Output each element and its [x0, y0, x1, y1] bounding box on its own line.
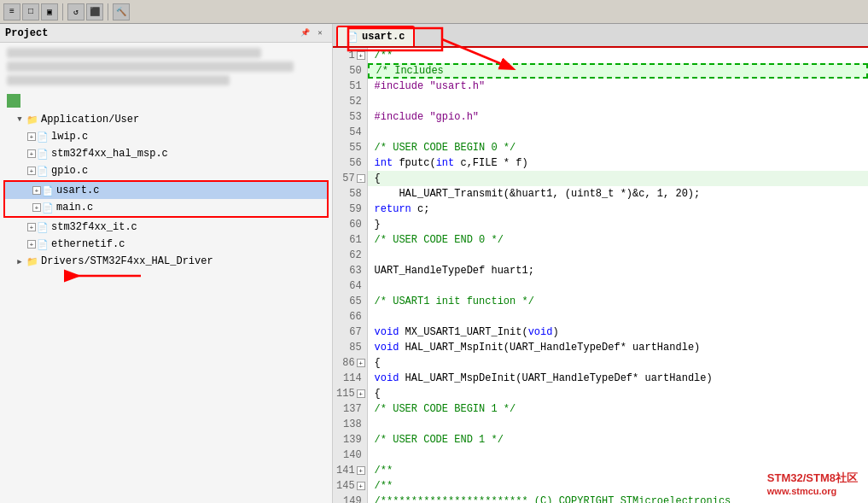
code-line-145: /**: [368, 478, 868, 494]
sidebar-blurred-top: [0, 44, 332, 92]
toolbar-icon-3[interactable]: ▣: [41, 3, 58, 20]
ln-63: 63: [333, 263, 367, 278]
sidebar-close-icon[interactable]: ✕: [313, 26, 327, 40]
file-icon-ethernetif: 📄: [36, 237, 50, 251]
toggle-usart[interactable]: +: [32, 186, 41, 195]
tree-file-main[interactable]: + 📄 main.c: [5, 199, 327, 216]
label-hal-msp: stm32f4xx_hal_msp.c: [51, 148, 168, 160]
code-line-115: {: [368, 386, 868, 401]
folder-icon-application-user: 📁: [26, 113, 39, 126]
code-line-86: {: [368, 355, 868, 371]
file-icon-main: 📄: [41, 201, 55, 214]
code-panel: 📄 usart.c 1 + 50 51 52 53 54 55 56 57: [333, 24, 868, 503]
ln-141: 141 +: [333, 463, 367, 478]
blurred-line-2: [7, 61, 294, 72]
ln-60: 60: [333, 217, 367, 232]
ln-67: 67: [333, 325, 367, 340]
ln-137: 137: [333, 401, 367, 417]
ln-139: 139: [333, 432, 367, 447]
toolbar-icon-4[interactable]: ↺: [67, 3, 84, 20]
code-line-149: /************************ (C) COPYRIGHT …: [368, 494, 868, 503]
toggle-code-145[interactable]: +: [357, 482, 365, 490]
toggle-ethernetif[interactable]: +: [27, 240, 36, 249]
line-numbers: 1 + 50 51 52 53 54 55 56 57 - 58 59 60 6…: [333, 48, 368, 503]
ln-text-1: 1: [348, 50, 354, 61]
toggle-it[interactable]: +: [27, 223, 36, 231]
toggle-main[interactable]: +: [32, 203, 41, 212]
ln-text-86: 86: [342, 357, 354, 369]
file-icon-gpio: 📄: [36, 164, 50, 178]
sidebar-content: ▼ 📁 Application/User + 📄 lwip.c + 📄 stm3…: [0, 43, 332, 503]
code-line-54: [368, 125, 868, 140]
toolbar-icon-5[interactable]: ⬛: [86, 3, 103, 20]
file-icon-hal-msp: 📄: [36, 147, 50, 161]
tree-file-hal-msp[interactable]: + 📄 stm32f4xx_hal_msp.c: [0, 145, 332, 162]
tab-usart[interactable]: 📄 usart.c: [336, 26, 415, 46]
tree-file-ethernetif[interactable]: + 📄 ethernetif.c: [0, 236, 332, 253]
label-gpio: gpio.c: [51, 165, 88, 177]
label-main: main.c: [56, 202, 93, 213]
code-line-64: [368, 278, 868, 294]
green-indicator: [7, 94, 20, 108]
code-line-114: void HAL_UART_MspDeInit(UART_HandleTypeD…: [368, 371, 868, 386]
ln-64: 64: [333, 278, 367, 294]
tree-folder-application-user[interactable]: ▼ 📁 Application/User: [0, 111, 332, 128]
ln-text-145: 145: [336, 480, 355, 492]
code-line-58: HAL_UART_Transmit(&huart1, (uint8_t *)&c…: [368, 186, 868, 202]
tree-file-gpio[interactable]: + 📄 gpio.c: [0, 162, 332, 179]
ln-86: 86 +: [333, 355, 367, 371]
ln-58: 58: [333, 186, 367, 202]
toolbar-separator-1: [62, 3, 63, 20]
ln-56: 56: [333, 155, 367, 171]
ln-114: 114: [333, 371, 367, 386]
ln-text-141: 141: [336, 465, 355, 477]
toolbar-icon-2[interactable]: □: [22, 3, 39, 20]
ln-149: 149: [333, 494, 367, 503]
toggle-code-86[interactable]: +: [357, 359, 365, 367]
main-layout: Project 📌 ✕ ▼ 📁 Application/User: [0, 24, 868, 503]
code-editor[interactable]: 1 + 50 51 52 53 54 55 56 57 - 58 59 60 6…: [333, 48, 868, 503]
ln-145: 145 +: [333, 478, 367, 494]
folder-icon-drivers: 📁: [26, 254, 39, 268]
tab-file-icon: 📄: [347, 32, 358, 43]
code-line-52: [368, 94, 868, 109]
ln-85: 85: [333, 340, 367, 355]
file-icon-usart: 📄: [41, 184, 55, 197]
toggle-gpio[interactable]: +: [27, 167, 36, 175]
code-line-57: {: [368, 171, 868, 186]
tree-folder-drivers[interactable]: ▶ 📁 Drivers/STM32F4xx_HAL_Driver: [0, 253, 332, 270]
toolbar-icon-6[interactable]: 🔨: [113, 3, 130, 20]
toggle-lwip[interactable]: +: [27, 132, 36, 141]
tree-file-usart[interactable]: + 📄 usart.c: [5, 182, 327, 199]
code-line-65: /* USART1 init function */: [368, 294, 868, 309]
code-line-139: /* USER CODE END 1 */: [368, 432, 868, 447]
ln-65: 65: [333, 294, 367, 309]
label-lwip: lwip.c: [51, 131, 88, 143]
tree-file-lwip[interactable]: + 📄 lwip.c: [0, 128, 332, 145]
ln-53: 53: [333, 109, 367, 125]
tree-file-it[interactable]: + 📄 stm32f4xx_it.c: [0, 219, 332, 236]
code-line-62: [368, 248, 868, 263]
toggle-code-57[interactable]: -: [357, 174, 365, 183]
label-ethernetif: ethernetif.c: [51, 238, 125, 250]
file-icon-it: 📄: [36, 220, 50, 234]
sidebar-pin-icon[interactable]: 📌: [298, 26, 312, 40]
toggle-hal-msp[interactable]: +: [27, 149, 36, 158]
code-line-50: /* Includes: [368, 63, 868, 79]
toolbar-icon-1[interactable]: ≡: [3, 3, 20, 20]
code-line-140: [368, 447, 868, 463]
label-application-user: Application/User: [41, 114, 139, 126]
code-line-1: /**: [368, 48, 868, 63]
ln-52: 52: [333, 94, 367, 109]
ln-text-57: 57: [342, 173, 354, 184]
code-line-53: #include "gpio.h": [368, 109, 868, 125]
toggle-code-115[interactable]: +: [357, 389, 365, 398]
code-line-51: #include "usart.h": [368, 79, 868, 94]
code-line-63: UART_HandleTypeDef huart1;: [368, 263, 868, 278]
ln-50: 50: [333, 63, 367, 79]
toggle-code-141[interactable]: +: [357, 466, 365, 475]
toggle-code-1[interactable]: +: [357, 51, 365, 60]
expander-drivers[interactable]: ▶: [14, 255, 26, 267]
sidebar: Project 📌 ✕ ▼ 📁 Application/User: [0, 24, 333, 503]
expander-application-user[interactable]: ▼: [14, 114, 26, 126]
